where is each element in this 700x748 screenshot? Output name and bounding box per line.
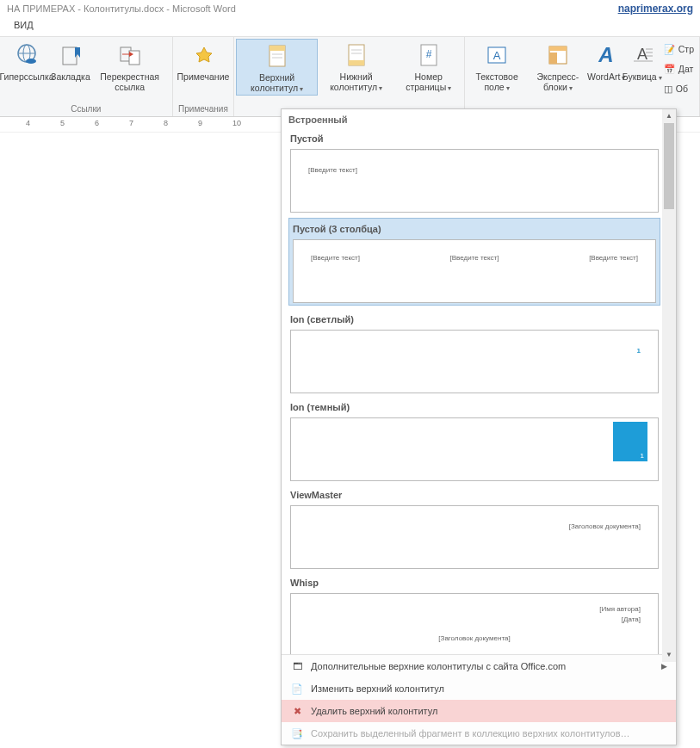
gallery-scrollbar[interactable]: ▲ ▼ — [662, 109, 676, 662]
signature-line-button[interactable]: 📝Стр — [664, 40, 694, 58]
more-headers-office-button[interactable]: 🗔 Дополнительные верхние колонтитулы с с… — [282, 655, 676, 677]
edit-header-icon: 📄 — [290, 682, 304, 695]
chevron-down-icon: ▾ — [569, 84, 573, 92]
remove-header-icon: ✖ — [290, 704, 304, 718]
window-title: НА ПРИМЕРАХ - Колонтитулы.docx - Microso… — [7, 3, 236, 14]
brand-link[interactable]: naprimerax.org — [618, 3, 693, 15]
svg-text:A: A — [493, 49, 501, 62]
ribbon: Гиперссылка Закладка Перекрестная ссылка… — [0, 36, 700, 117]
quickparts-button[interactable]: Экспресс-блоки▾ — [527, 39, 588, 94]
hyperlink-label: Гиперссылка — [0, 71, 54, 82]
gallery-item-ion-dark[interactable]: Ion (темный) 1 — [288, 399, 660, 481]
gallery-item-empty-3col[interactable]: Пустой (3 столбца) [Введите текст] [Введ… — [288, 218, 660, 306]
svg-rect-22 — [549, 46, 567, 51]
office-icon: 🗔 — [290, 659, 304, 673]
preview-thumbnail: 1 — [290, 417, 659, 481]
ribbon-group-header-footer: Верхний колонтитул▾ Нижний колонтитул▾ #… — [234, 37, 465, 116]
save-gallery-icon: 📑 — [290, 726, 304, 740]
svg-text:#: # — [425, 48, 431, 60]
bookmark-icon — [58, 40, 84, 70]
gallery-footer: 🗔 Дополнительные верхние колонтитулы с с… — [282, 654, 676, 745]
bookmark-button[interactable]: Закладка — [52, 39, 90, 83]
dropcap-icon: A — [630, 40, 654, 70]
chevron-right-icon: ▶ — [661, 662, 667, 671]
header-button[interactable]: Верхний колонтитул▾ — [236, 39, 317, 96]
ribbon-small-column: 📝Стр 📅Дат ◫Об — [660, 39, 697, 99]
comment-label: Примечание — [177, 71, 230, 82]
ribbon-tabs: ВИД — [0, 17, 700, 36]
gallery-item-whisp[interactable]: Whisp [Имя автора] [Дата] [Заголовок док… — [288, 574, 660, 654]
gallery-item-ion-light[interactable]: Ion (светлый) 1 — [288, 311, 660, 393]
footer-label: Нижний колонтитул — [330, 71, 377, 92]
header-icon — [265, 41, 289, 71]
footer-icon — [344, 40, 369, 70]
pagenum-button[interactable]: # Номер страницы▾ — [394, 39, 462, 94]
footer-button[interactable]: Нижний колонтитул▾ — [318, 39, 395, 94]
preview-thumbnail: [Введите текст] [Введите текст] [Введите… — [293, 239, 656, 303]
chevron-down-icon: ▾ — [448, 84, 451, 92]
calendar-icon: 📅 — [664, 64, 675, 75]
save-selection-button: 📑 Сохранить выделенный фрагмент в коллек… — [282, 722, 676, 745]
crossref-label: Перекрестная ссылка — [92, 71, 168, 92]
globe-link-icon — [14, 40, 40, 70]
gallery-item-empty[interactable]: Пустой [Введите текст] — [288, 130, 660, 213]
textbox-button[interactable]: A Текстовое поле▾ — [467, 39, 527, 94]
comment-button[interactable]: Примечание — [175, 39, 232, 83]
svg-rect-10 — [269, 46, 285, 51]
svg-rect-4 — [63, 47, 77, 65]
ribbon-group-comments: Примечание Примечания — [173, 37, 235, 116]
svg-point-3 — [26, 59, 36, 64]
svg-rect-14 — [349, 60, 364, 65]
wordart-label: WordArt — [587, 71, 620, 82]
pagenum-label: Номер страницы — [406, 71, 446, 92]
preview-thumbnail: 1 — [290, 330, 659, 393]
comment-icon — [190, 40, 216, 70]
signature-icon: 📝 — [664, 44, 675, 55]
edit-header-button[interactable]: 📄 Изменить верхний колонтитул — [282, 677, 676, 700]
chevron-down-icon: ▾ — [379, 84, 382, 92]
gallery-item-viewmaster[interactable]: ViewMaster [Заголовок документа] — [288, 486, 660, 569]
group-comments-label: Примечания — [173, 104, 234, 116]
group-links-label: Ссылки — [0, 104, 172, 116]
wordart-icon: A — [594, 40, 618, 70]
svg-text:A: A — [598, 43, 613, 66]
svg-rect-23 — [549, 53, 557, 64]
svg-text:A: A — [637, 46, 647, 63]
wordart-button[interactable]: A WordArt▾ — [589, 39, 624, 83]
crossref-icon — [117, 40, 143, 70]
pagenum-icon: # — [417, 40, 441, 70]
quickparts-icon — [546, 40, 570, 70]
dropcap-button[interactable]: A Буквица▾ — [624, 39, 660, 83]
preview-thumbnail: [Заголовок документа] — [290, 505, 659, 569]
preview-thumbnail: [Имя автора] [Дата] [Заголовок документа… — [290, 593, 659, 654]
bookmark-label: Закладка — [51, 71, 90, 82]
quickparts-label: Экспресс-блоки — [537, 71, 579, 92]
header-label: Верхний колонтитул — [251, 72, 298, 93]
scroll-down-button[interactable]: ▼ — [662, 648, 676, 662]
ribbon-group-text: A Текстовое поле▾ Экспресс-блоки▾ A Word… — [465, 37, 700, 116]
scroll-thumb[interactable] — [664, 123, 674, 209]
header-gallery-dropdown: Встроенный Пустой [Введите текст] Пустой… — [281, 108, 677, 745]
textbox-label: Текстовое поле — [475, 71, 517, 92]
tab-view[interactable]: ВИД — [7, 17, 40, 33]
gallery-section-label: Встроенный — [282, 109, 676, 130]
title-bar: НА ПРИМЕРАХ - Колонтитулы.docx - Microso… — [0, 0, 700, 17]
svg-marker-5 — [75, 47, 80, 58]
ribbon-group-links: Гиперссылка Закладка Перекрестная ссылка… — [0, 37, 173, 116]
remove-header-button[interactable]: ✖ Удалить верхний колонтитул — [282, 700, 676, 722]
scroll-up-button[interactable]: ▲ — [662, 109, 676, 123]
chevron-down-icon: ▾ — [506, 84, 510, 92]
date-time-button[interactable]: 📅Дат — [664, 60, 694, 77]
crossref-button[interactable]: Перекрестная ссылка — [90, 39, 170, 94]
hyperlink-button[interactable]: Гиперссылка — [2, 39, 52, 83]
object-button[interactable]: ◫Об — [664, 80, 694, 97]
textbox-icon: A — [485, 40, 509, 70]
chevron-down-icon: ▾ — [300, 85, 303, 93]
object-icon: ◫ — [664, 83, 672, 94]
dropcap-label: Буквица — [623, 71, 657, 82]
preview-thumbnail: [Введите текст] — [290, 149, 659, 213]
